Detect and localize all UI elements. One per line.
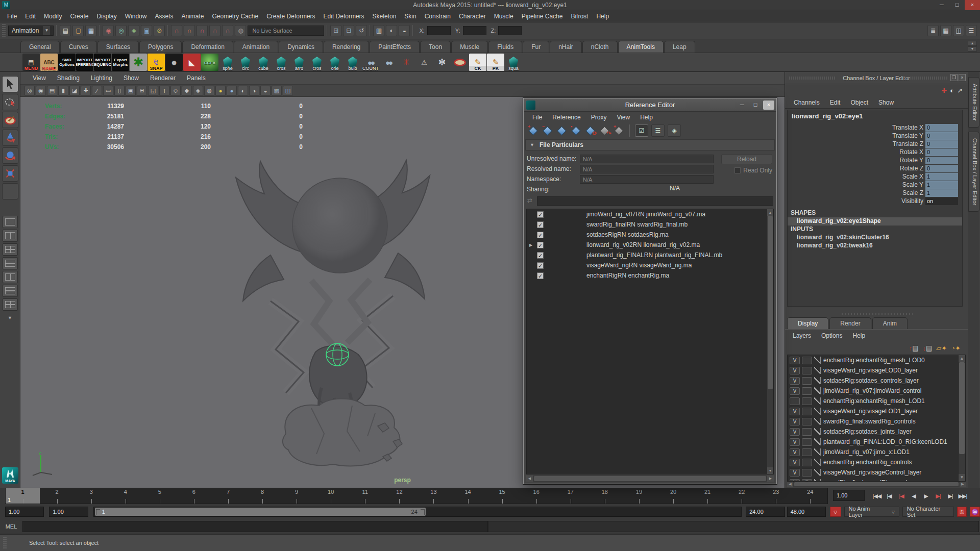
layer-playback-toggle[interactable]	[802, 367, 812, 374]
layer-editor-tab[interactable]: Display	[787, 317, 828, 329]
shelf-tab[interactable]: Muscle	[451, 41, 488, 53]
new-empty-layer-icon[interactable]: ▱✦	[936, 344, 947, 352]
status-icon[interactable]: ▣	[141, 25, 152, 36]
auto-keyframe-toggle-icon[interactable]: ⚿	[957, 507, 967, 517]
panel-toolbar-icon[interactable]: ▣	[126, 86, 136, 96]
x-coordinate-input[interactable]	[427, 26, 451, 35]
playback-button[interactable]: ◀	[909, 491, 919, 501]
layer-row[interactable]: V jimoWard_rig_v07:jimo_x:LOD1	[788, 447, 965, 457]
panel-toolbar-icon[interactable]: ∕	[92, 86, 102, 96]
reference-loaded-checkbox[interactable]: ✓	[537, 272, 544, 279]
shelf-tab[interactable]: Polygons	[139, 41, 182, 53]
channel-box-menu-item[interactable]: Object	[846, 99, 873, 106]
layer-visibility-toggle[interactable]: V	[790, 357, 800, 364]
move-tool-button[interactable]	[2, 130, 18, 146]
channel-label[interactable]: Translate Y	[788, 132, 925, 139]
reference-editor-titlebar[interactable]: Reference Editor ─ □ ×	[524, 98, 776, 112]
layer-visibility-toggle[interactable]: V	[790, 459, 800, 466]
layer-visibility-toggle[interactable]: V	[790, 438, 800, 446]
shelf-menu-button[interactable]: ▼	[968, 46, 977, 52]
layer-playback-toggle[interactable]	[802, 357, 812, 364]
status-icon[interactable]: ☰	[966, 25, 977, 36]
menu-item[interactable]: Display	[92, 10, 120, 22]
layout-single-pane-button[interactable]	[3, 216, 18, 228]
layer-color-swatch[interactable]	[814, 428, 821, 435]
channel-value-field[interactable]: 1	[925, 189, 958, 197]
paint-select-tool-button[interactable]	[2, 112, 18, 128]
field-input[interactable]: N/A	[580, 155, 714, 163]
menu-item[interactable]: Constrain	[421, 10, 455, 22]
reference-editor-menu-item[interactable]: Reference	[548, 114, 585, 121]
command-line-input[interactable]	[22, 521, 488, 532]
reference-name[interactable]: plantward_rig_FINALRN plantward_rig_FINA…	[586, 252, 722, 259]
layout-four-pane-button[interactable]	[3, 243, 18, 256]
scroll-left-icon[interactable]: ◀	[787, 482, 793, 487]
layer-visibility-toggle[interactable]: V	[790, 367, 800, 374]
group-separator[interactable]	[411, 25, 414, 36]
minimize-button[interactable]: ─	[737, 101, 748, 110]
layer-name[interactable]: jimoWard_rig_v07:jimo_x:LOD1	[823, 448, 910, 456]
frame-cell[interactable]: 22	[725, 488, 759, 504]
channel-value-field[interactable]: 0	[925, 148, 958, 156]
animation-end-field[interactable]: 48.00	[787, 507, 826, 517]
menu-item[interactable]: Bifrost	[567, 10, 592, 22]
panel-toolbar-icon[interactable]: ◉	[36, 86, 46, 96]
channel-value-field[interactable]: 0	[925, 124, 958, 132]
panel-toolbar-icon[interactable]: ◫	[283, 86, 293, 96]
scroll-right-icon[interactable]: ▶	[767, 475, 774, 482]
frame-cell[interactable]: 24	[793, 488, 827, 504]
layer-name[interactable]: swardRig_final:swardRig_controls	[823, 418, 916, 425]
layer-row[interactable]: V jimoWard_rig_v07:jimoWard_control	[788, 386, 965, 396]
shelf-squa-item[interactable]: squa	[505, 54, 522, 71]
layer-row[interactable]: V visageWard_rig:visageLOD0_layer	[788, 365, 965, 375]
select-tool-button[interactable]	[2, 76, 18, 92]
layer-list-horizontal-scrollbar[interactable]: ◀ ▶	[787, 482, 966, 487]
reference-name[interactable]: swardRig_finalRN swardRig_final.mb	[586, 221, 688, 228]
shelf-tab[interactable]: General	[20, 41, 60, 53]
playback-button[interactable]: ▶▶|	[958, 491, 968, 501]
panel-toolbar-icon[interactable]: ✚	[81, 86, 91, 96]
layer-name[interactable]: enchantRig:enchantRig_mesh_LOD1	[823, 397, 925, 405]
input-node-name[interactable]: lionward_rig_v02:skinCluster16	[788, 234, 962, 242]
panel-splitter[interactable]	[785, 312, 968, 316]
scrollbar-thumb[interactable]	[794, 482, 959, 486]
channel-value-field[interactable]: 0	[925, 165, 958, 172]
layout-persp-outliner-button[interactable]	[3, 271, 18, 283]
reference-toolbar-icon[interactable]: ⟳	[586, 126, 595, 135]
layer-color-swatch[interactable]	[814, 387, 821, 394]
panel-header[interactable]: Channel Box / Layer Editor ❐ ×	[785, 72, 968, 84]
reference-row[interactable]: ▶ ✓ plantward_rig_FINALRN plantward_rig_…	[527, 250, 773, 260]
history-icon[interactable]: ↺	[356, 25, 367, 36]
reference-toolbar-icon[interactable]: ↷	[600, 126, 609, 135]
panel-toolbar-icon[interactable]: T	[159, 86, 169, 96]
shelf-snap-item[interactable]: ↯SNAP	[148, 54, 165, 71]
channel-label[interactable]: Visibility	[788, 197, 925, 205]
frame-cell[interactable]: 6	[177, 488, 211, 504]
panel-toolbar-icon[interactable]: ◐	[238, 86, 248, 96]
status-icon[interactable]: ⊘	[154, 25, 165, 36]
frame-cell[interactable]: 9	[280, 488, 314, 504]
reference-row[interactable]: ▶ ✓ sotdaesRigRN sotdaesRig.ma	[527, 230, 773, 240]
reference-toolbar-icon[interactable]: −	[543, 126, 552, 135]
snap-icon[interactable]: ◍	[235, 25, 246, 36]
frame-cell[interactable]: 18	[587, 488, 622, 504]
reload-button[interactable]: Reload	[721, 154, 772, 164]
layout-hypergraph-button[interactable]	[3, 298, 18, 311]
speed-state-icon[interactable]: ◐	[950, 87, 954, 94]
rotate-tool-button[interactable]	[2, 147, 18, 164]
layer-row[interactable]: V R swardRig_final:swardRig_mesh	[788, 478, 965, 482]
animation-start-field[interactable]: 1.00	[5, 507, 44, 517]
panel-menu-item[interactable]: Renderer	[145, 74, 181, 82]
shelf-tab[interactable]: Dynamics	[279, 41, 323, 53]
channel-value-field[interactable]: 0	[925, 157, 958, 164]
shelf-plant-item[interactable]: ✱	[130, 54, 147, 71]
group-separator[interactable]	[326, 25, 329, 36]
layer-visibility-toggle[interactable]: V	[790, 418, 800, 425]
panel-toolbar-icon[interactable]: ◎	[24, 86, 35, 96]
group-separator[interactable]	[55, 25, 58, 36]
group-separator[interactable]	[166, 25, 169, 36]
layer-color-swatch[interactable]	[814, 397, 821, 405]
reference-toolbar-icon[interactable]	[557, 126, 567, 135]
menu-item[interactable]: Pipeline Cache	[518, 10, 567, 22]
reference-list-horizontal-scrollbar[interactable]: ◀ ▶	[526, 475, 774, 482]
